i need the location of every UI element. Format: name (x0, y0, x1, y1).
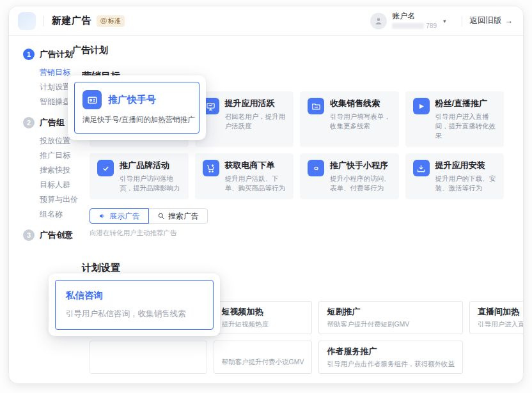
display-ad-icon (98, 212, 106, 220)
account-name: 账户名 (392, 12, 437, 20)
scene-card-short-drama[interactable]: 短剧推广 帮助客户提升付费短剧GMV (318, 301, 463, 334)
objective-desc: 提升用户的下载、安装、激活等行为 (435, 174, 497, 193)
objective-card-leads[interactable]: 收集销售线索 引导用户填写表单，收集更多线索 (300, 91, 399, 147)
objective-desc: 提升用户活跃、下单、购买商品等行为 (225, 174, 286, 193)
search-icon (157, 212, 165, 220)
scene-desc: 帮助客户提升付费短剧GMV (327, 320, 455, 329)
badge-check-icon (97, 160, 114, 176)
objective-title: 推广品牌活动 (120, 160, 181, 171)
search-ad-button[interactable]: 搜索广告 (148, 208, 208, 224)
sidebar-item-plan-settings[interactable]: 计划设置 (40, 80, 70, 95)
objective-desc: 引导用户填写表单，收集更多线索 (330, 112, 391, 131)
avatar[interactable] (370, 13, 387, 29)
badge-label: 标准 (108, 17, 121, 26)
header-divider-2 (462, 16, 462, 26)
cart-plus-icon (203, 160, 219, 176)
sidebar-item-smart-control[interactable]: 智能操盘 (40, 95, 70, 109)
sidebar-item-promo-target[interactable]: 推广目标 (40, 148, 70, 163)
account-id: 789 (392, 22, 437, 30)
plan-settings-title: 计划设置 (82, 262, 510, 274)
step-label-ad-group: 广告组 (40, 117, 65, 128)
app-window: 新建广告 Ⓖ 标准 账户名 789 ▾ 返回旧版 → 1 广告计划 (9, 6, 523, 383)
step-number-1: 1 (23, 49, 35, 60)
scene-title: 直播间加热 (478, 306, 523, 318)
scene-desc: 引导用户点击作者服务组件，获得额外收益 (327, 360, 455, 369)
objective-title: 粉丝/直播推广 (435, 98, 497, 109)
sidebar-step-ad-group[interactable]: 2 广告组 (23, 117, 70, 128)
objective-card-mini-program[interactable]: 推广快手小程序 提升小程序的访问、表单、付费等行为 (300, 153, 399, 199)
masked-account-id (392, 23, 424, 29)
step-label-ad-plan: 广告计划 (40, 49, 73, 60)
objective-title: 提升应用活跃 (225, 98, 286, 109)
scene-card-novel[interactable]: 帮助客户提升付费小说GMV (214, 341, 313, 374)
objective-title: 提升应用安装 (435, 160, 497, 171)
objective-desc: 引导用户访问落地页，提升品牌影响力 (120, 174, 181, 193)
search-ad-label: 搜索广告 (168, 211, 199, 222)
objective-popup: 推广快手号 满足快手号/直播间的加热营销推广 (68, 75, 206, 140)
mini-program-icon (308, 160, 324, 176)
objective-desc: 引导用户进入直播间，提升直播转化效果 (435, 112, 497, 141)
scene-title (222, 346, 304, 355)
arrow-right-icon: → (505, 17, 513, 26)
sidebar-item-marketing-goal[interactable]: 营销目标 (40, 65, 70, 80)
objective-card-app-active[interactable]: 提升应用活跃 召回老用户，提升用户活跃度 (195, 91, 294, 147)
scene-desc: 引导用户进入直播间，提升直播间热度 (478, 320, 523, 329)
kuaishou-account-icon (82, 90, 102, 109)
ad-type-toggle: 展示广告 搜索广告 (90, 208, 510, 224)
ad-type-hint: 向潜在转化用户主动推荐广告 (90, 229, 510, 238)
sidebar-step-ad-plan[interactable]: 1 广告计划 (23, 49, 70, 60)
scene-popup: 私信咨询 引导用户私信咨询，收集销售线索 (49, 274, 220, 336)
scene-card-author-service[interactable]: 作者服务推广 引导用户点击作者服务组件，获得额外收益 (318, 341, 463, 374)
scene-desc: 提升短视频热度 (222, 320, 304, 329)
objective-title: 获取电商下单 (225, 160, 286, 171)
objective-card-app-install[interactable]: 提升应用安装 提升用户的下载、安装、激活等行为 (405, 153, 505, 199)
step2-subitems: 投放位置 推广目标 搜索快投 目标人群 预算与出价 组名称 (23, 134, 70, 222)
live-play-icon (413, 98, 430, 114)
popup-title: 私信咨询 (66, 289, 203, 302)
sidebar-item-search-quick[interactable]: 搜索快投 (40, 163, 70, 178)
popup-desc: 满足快手号/直播间的加热营销推广 (82, 115, 191, 125)
scene-title (98, 346, 199, 355)
back-to-old-version-link[interactable]: 返回旧版 → (470, 15, 513, 26)
scene-card-live-heat[interactable]: 直播间加热 引导用户进入直播间，提升直播间热度 (469, 301, 523, 334)
scene-title: 作者服务推广 (327, 346, 455, 357)
sidebar-item-audience[interactable]: 目标人群 (40, 178, 70, 192)
account-info[interactable]: 账户名 789 (392, 12, 437, 30)
sidebar-item-group-name[interactable]: 组名称 (40, 207, 70, 222)
display-ad-button[interactable]: 展示广告 (90, 208, 149, 224)
standard-badge: Ⓖ 标准 (97, 15, 125, 27)
popup-desc: 引导用户私信咨询，收集销售线索 (66, 309, 203, 320)
objective-title: 收集销售线索 (330, 98, 391, 109)
step1-subitems: 营销目标 计划设置 智能操盘 (23, 65, 70, 109)
download-install-icon (413, 160, 430, 176)
sidebar-step-ad-creative[interactable]: 3 广告创意 (23, 229, 70, 241)
badge-g-icon: Ⓖ (100, 17, 107, 26)
account-id-suffix: 789 (426, 22, 437, 30)
objective-title: 推广快手小程序 (330, 160, 391, 171)
sidebar-item-placement[interactable]: 投放位置 (40, 134, 70, 148)
objective-desc: 召回老用户，提升用户活跃度 (225, 112, 286, 131)
step-number-3: 3 (23, 229, 35, 241)
objective-card-fans-live[interactable]: 粉丝/直播推广 引导用户进入直播间，提升直播转化效果 (405, 91, 505, 147)
scene-desc: 帮助客户提升付费小说GMV (222, 358, 304, 367)
header-divider (43, 16, 44, 26)
page-header-title: 新建广告 (52, 15, 91, 27)
chevron-down-icon[interactable]: ▾ (443, 18, 446, 24)
scene-card-hidden[interactable] (90, 341, 207, 374)
scene-title: 短剧推广 (327, 306, 455, 318)
scene-card-video-heat[interactable]: 短视频加热 提升短视频热度 (214, 301, 313, 334)
objective-card-brand[interactable]: 推广品牌活动 引导用户访问落地页，提升品牌影响力 (90, 153, 189, 199)
objective-card-ecommerce[interactable]: 获取电商下单 提升用户活跃、下单、购买商品等行为 (195, 153, 294, 199)
scene-popup-card[interactable]: 私信咨询 引导用户私信咨询，收集销售线索 (55, 280, 214, 330)
app-logo[interactable] (18, 12, 36, 30)
folder-leads-icon (308, 98, 324, 114)
step-label-ad-creative: 广告创意 (40, 229, 73, 241)
top-header: 新建广告 Ⓖ 标准 账户名 789 ▾ 返回旧版 → (9, 6, 523, 36)
user-icon (374, 17, 383, 26)
sidebar-item-budget-bid[interactable]: 预算与出价 (40, 192, 70, 207)
back-label: 返回旧版 (470, 15, 502, 26)
scene-title: 短视频加热 (222, 306, 304, 318)
popup-title: 推广快手号 (108, 94, 156, 106)
objective-popup-card[interactable]: 推广快手号 满足快手号/直播间的加热营销推广 (74, 82, 199, 134)
step-number-2: 2 (23, 117, 35, 128)
